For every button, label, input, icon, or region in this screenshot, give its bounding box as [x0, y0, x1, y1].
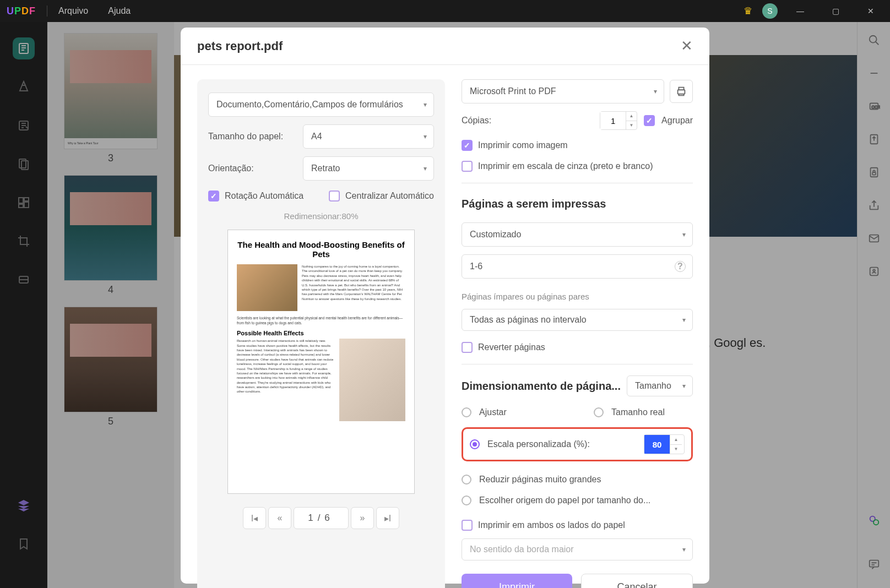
menu-file[interactable]: Arquivo	[58, 6, 88, 16]
menu-help[interactable]: Ajuda	[108, 6, 131, 16]
copies-spinner[interactable]: ▲▼	[600, 111, 637, 130]
maximize-button[interactable]: ▢	[823, 2, 848, 20]
close-icon[interactable]: ✕	[681, 37, 693, 55]
custom-scale-radio[interactable]	[470, 439, 480, 449]
close-button[interactable]: ✕	[858, 2, 883, 20]
preview-title: The Health and Mood-Boosting Benefits of…	[237, 240, 405, 259]
scale-down[interactable]: ▼	[670, 445, 682, 454]
fit-label: Ajustar	[479, 407, 561, 417]
divider	[47, 6, 47, 17]
print-preview-panel: Documento,Comentário,Campos de formulári…	[197, 79, 445, 588]
page-indicator[interactable]: 1/6	[294, 507, 349, 529]
prev-page-button[interactable]: «	[268, 507, 291, 529]
scale-spinner[interactable]: ▲▼	[644, 434, 685, 454]
auto-center-label: Centralizar Automático	[345, 191, 434, 201]
orientation-select[interactable]: Retrato	[303, 156, 434, 181]
print-dialog: pets report.pdf ✕ Documento,Comentário,C…	[181, 28, 709, 584]
auto-center-checkbox[interactable]	[329, 190, 340, 202]
preview-text-2: Scientists are looking at what the poten…	[237, 315, 405, 325]
custom-scale-label: Escala personalizada (%):	[487, 439, 636, 449]
shrink-label: Reduzir páginas muito grandes	[479, 475, 693, 484]
shrink-radio[interactable]	[462, 475, 471, 484]
cancel-button[interactable]: Cancelar	[581, 574, 693, 588]
odd-even-select[interactable]: Todas as páginas no intervalo	[462, 309, 693, 331]
pages-range-input[interactable]: 1-6 ?	[462, 254, 693, 279]
custom-scale-highlight: Escala personalizada (%): ▲▼	[462, 427, 693, 461]
paper-size-label: Tamanho do papel:	[208, 132, 296, 141]
preview-text-3: Research on human-animal interactions is…	[237, 339, 335, 421]
pages-mode-select[interactable]: Customizado	[462, 222, 693, 247]
reverse-checkbox[interactable]	[462, 342, 473, 353]
print-image-label: Imprimir como imagem	[478, 140, 568, 150]
next-page-button[interactable]: »	[351, 507, 374, 529]
reverse-label: Reverter páginas	[478, 342, 545, 352]
source-radio[interactable]	[462, 496, 471, 505]
resize-label: Redimensionar:80%	[208, 211, 434, 221]
print-options-panel: Microsoft Print to PDF Cópias: ▲▼ Agrupa…	[462, 79, 693, 588]
pages-section-title: Páginas a serem impressas	[462, 198, 693, 210]
copies-up[interactable]: ▲	[626, 112, 637, 121]
collate-checkbox[interactable]	[644, 115, 655, 126]
collate-label: Agrupar	[661, 116, 693, 126]
print-preview: The Health and Mood-Boosting Benefits of…	[227, 230, 415, 494]
source-label: Escolher origem do papel por tamanho do.…	[479, 496, 693, 505]
auto-rotate-label: Rotação Automática	[225, 191, 303, 201]
actual-radio[interactable]	[594, 407, 604, 417]
print-image-checkbox[interactable]	[462, 140, 473, 151]
app-logo: UPDF	[7, 6, 36, 17]
duplex-label: Imprimir em ambos os lados do papel	[478, 520, 625, 530]
printer-select[interactable]: Microsoft Print to PDF	[462, 79, 664, 104]
preview-pager: I◂ « 1/6 » ▸I	[208, 507, 434, 529]
duplex-mode-select[interactable]: No sentido da borda maior	[462, 538, 693, 560]
grayscale-label: Imprimir em escala de cinza (preto e bra…	[478, 161, 653, 171]
last-page-button[interactable]: ▸I	[376, 507, 399, 529]
scale-input[interactable]	[644, 435, 670, 454]
first-page-button[interactable]: I◂	[243, 507, 266, 529]
duplex-checkbox[interactable]	[462, 520, 473, 531]
grayscale-checkbox[interactable]	[462, 161, 473, 172]
copies-input[interactable]	[600, 112, 626, 129]
preview-img-dog	[339, 339, 405, 421]
printer-icon[interactable]	[670, 80, 693, 103]
print-button[interactable]: Imprimir	[462, 574, 572, 588]
preview-img-cat	[237, 264, 297, 311]
copies-down[interactable]: ▼	[626, 121, 637, 130]
actual-label: Tamanho real	[611, 407, 693, 417]
modal-overlay: pets report.pdf ✕ Documento,Comentário,C…	[0, 22, 890, 588]
odd-even-label: Páginas ímpares ou páginas pares	[462, 292, 693, 301]
user-avatar[interactable]: S	[762, 3, 778, 19]
sizing-section-title: Dimensionamento de página...	[462, 380, 621, 393]
copies-label: Cópias:	[462, 116, 491, 126]
sizing-select[interactable]: Tamanho	[627, 375, 693, 396]
paper-size-select[interactable]: A4	[303, 124, 434, 149]
modal-title: pets report.pdf	[197, 39, 283, 53]
content-select[interactable]: Documento,Comentário,Campos de formulári…	[208, 92, 434, 117]
help-icon[interactable]: ?	[675, 261, 686, 272]
preview-text-1: Nothing compares to the joy of coming ho…	[302, 264, 405, 311]
auto-rotate-checkbox[interactable]	[208, 190, 219, 202]
titlebar: UPDF Arquivo Ajuda ♛ S — ▢ ✕	[0, 0, 890, 22]
svg-rect-21	[678, 90, 685, 94]
crown-icon[interactable]: ♛	[744, 5, 752, 17]
minimize-button[interactable]: —	[788, 2, 813, 20]
fit-radio[interactable]	[462, 407, 471, 417]
orientation-label: Orientação:	[208, 164, 296, 173]
preview-subhead: Possible Health Effects	[237, 330, 405, 336]
scale-up[interactable]: ▲	[670, 435, 682, 445]
